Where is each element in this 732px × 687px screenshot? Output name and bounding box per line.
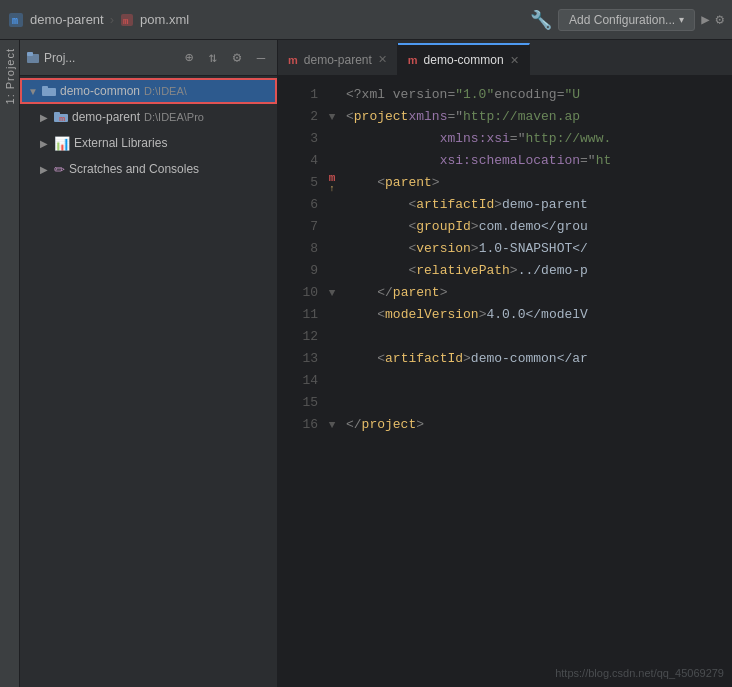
tab-label: demo-common [424,53,504,67]
tree-item-path: D:\IDEA\Pro [144,111,204,123]
code-text: > [494,194,502,216]
code-line-16: </project> [342,414,732,436]
editor-tabs: m demo-parent ✕ m demo-common ✕ [278,40,732,76]
code-text: </ [346,414,362,436]
tree-item-name: demo-parent [72,110,140,124]
project-title: Proj... [26,51,175,65]
code-text: encoding= [494,84,564,106]
gutter-11 [322,304,342,326]
add-configuration-button[interactable]: Add Configuration... ▾ [558,9,695,31]
code-text: < [408,260,416,282]
run-button[interactable]: ▶ [701,11,709,28]
code-text: < [346,106,354,128]
code-text: > [463,348,471,370]
code-text: > [471,238,479,260]
tree-item-name: demo-common [60,84,140,98]
title-separator: › [110,12,114,27]
scratches-icon: ✏ [54,162,65,177]
code-line-4: xsi:schemaLocation="ht [342,150,732,172]
code-text: parent [393,282,440,304]
expand-arrow: ▶ [40,112,50,123]
expand-arrow: ▶ [40,164,50,175]
svg-text:m: m [123,17,129,27]
code-text: > [416,414,424,436]
project-toolbar: Proj... ⊕ ⇅ ⚙ — [20,40,277,76]
code-text: < [408,216,416,238]
tab-close-icon[interactable]: ✕ [378,53,387,66]
gutter-10[interactable]: ▼ [322,282,342,304]
tab-demo-common[interactable]: m demo-common ✕ [398,43,530,75]
code-text: http://maven.ap [463,106,580,128]
tree-item-name: Scratches and Consoles [69,162,199,176]
code-text [346,348,377,370]
code-text: project [354,106,409,128]
add-module-icon[interactable]: ⊕ [179,48,199,68]
project-folder-icon [26,51,40,65]
project-icon: m [8,12,24,28]
debug-button[interactable]: ⚙ [716,11,724,28]
gutter-4 [322,150,342,172]
file-icon: m [120,13,134,27]
tree-item-name: External Libraries [74,136,167,150]
code-text: < [377,172,385,194]
tree-item-demo-common[interactable]: ▼ demo-common D:\IDEA\ [20,78,277,104]
code-line-1: <?xml version="1.0" encoding="U [342,84,732,106]
gutter-8 [322,238,342,260]
code-text: xmlns:xsi [440,128,510,150]
tree-item-demo-parent[interactable]: ▶ m demo-parent D:\IDEA\Pro [20,104,277,130]
minimize-icon[interactable]: — [251,48,271,68]
maven-arrow: ↑ [329,184,334,194]
gutter-16[interactable]: ▼ [322,414,342,436]
tree-item-external-libraries[interactable]: ▶ 📊 External Libraries [20,130,277,156]
code-text: version [416,238,471,260]
gutter: ▼ m ↑ ▼ ▼ [322,76,342,687]
tab-icon: m [408,54,418,66]
svg-text:m: m [12,16,18,27]
gutter-14 [322,370,342,392]
code-text: > [432,172,440,194]
project-panel: Proj... ⊕ ⇅ ⚙ — ▼ demo-common D:\IDEA\ ▶ [20,40,278,687]
code-text [346,172,377,194]
code-text: xmlns [408,106,447,128]
watermark: https://blog.csdn.net/qq_45069279 [555,667,724,679]
code-text: < [408,194,416,216]
code-text: 1.0-SNAPSHOT</ [479,238,588,260]
code-text: project [362,414,417,436]
gutter-15 [322,392,342,414]
maven-folder-icon: m [54,111,68,123]
tab-demo-parent[interactable]: m demo-parent ✕ [278,43,398,75]
title-bar: m demo-parent › m pom.xml 🔧 Add Configur… [0,0,732,40]
side-strip: 1: Project [0,40,20,687]
wrench-icon: 🔧 [530,9,552,31]
tab-icon: m [288,54,298,66]
code-text: xsi:schemaLocation [440,150,580,172]
expand-arrow: ▼ [28,86,38,97]
code-text: relativePath [416,260,510,282]
project-name: demo-parent [30,12,104,27]
code-text: demo-parent [502,194,588,216]
project-title-text: Proj... [44,51,75,65]
sort-icon[interactable]: ⇅ [203,48,223,68]
code-line-12 [342,326,732,348]
code-text: "1.0" [455,84,494,106]
code-text [346,150,440,172]
code-text: </ [377,282,393,304]
code-line-2: <project xmlns="http://maven.ap [342,106,732,128]
code-text: 4.0.0</modelV [486,304,587,326]
code-line-10: </parent> [342,282,732,304]
tree-item-scratches[interactable]: ▶ ✏ Scratches and Consoles [20,156,277,182]
svg-rect-7 [42,86,48,90]
maven-indicator: m [329,172,336,184]
gutter-2[interactable]: ▼ [322,106,342,128]
code-text: parent [385,172,432,194]
project-panel-label: 1: Project [4,48,16,104]
tab-close-icon[interactable]: ✕ [510,54,519,67]
settings-icon[interactable]: ⚙ [227,48,247,68]
code-line-9: <relativePath>../demo-p [342,260,732,282]
extlib-icon: 📊 [54,136,70,151]
code-text: groupId [416,216,471,238]
code-text: < [377,348,385,370]
gutter-12 [322,326,342,348]
code-text: artifactId [385,348,463,370]
code-text [346,238,408,260]
